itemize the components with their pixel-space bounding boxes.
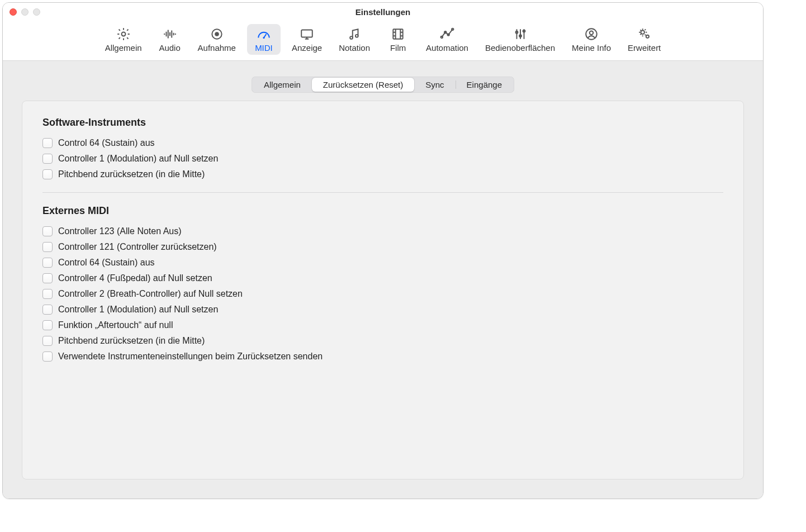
svg-point-11 — [452, 28, 453, 30]
checkbox-label: Pitchbend zurücksetzen (in die Mitte) — [58, 169, 205, 179]
checkbox-sw-modulation-zero[interactable] — [42, 154, 53, 164]
checkbox-ext-footpedal-zero[interactable] — [42, 273, 53, 283]
svg-point-8 — [441, 36, 443, 38]
toolbar-item-movie[interactable]: Film — [381, 24, 415, 55]
svg-point-0 — [121, 32, 125, 36]
toolbar-item-label: Audio — [159, 43, 180, 53]
checkbox-ext-aftertouch-zero[interactable] — [42, 320, 53, 330]
preferences-window: Einstellungen Allgemein Audio Aufnahme — [2, 2, 764, 499]
toolbar-item-my-info[interactable]: Meine Info — [566, 24, 617, 55]
tab-label: Allgemein — [264, 80, 301, 89]
toolbar-item-label: Aufnahme — [198, 43, 236, 53]
toolbar-item-display[interactable]: Anzeige — [286, 24, 328, 55]
checkbox-row: Controller 4 (Fußpedal) auf Null setzen — [42, 270, 723, 286]
checkbox-label: Control 64 (Sustain) aus — [58, 258, 155, 268]
checkbox-row: Funktion „Aftertouch“ auf null — [42, 317, 723, 333]
svg-point-16 — [590, 31, 594, 35]
checkbox-ext-sustain-off[interactable] — [42, 258, 53, 268]
svg-rect-4 — [301, 30, 312, 37]
toolbar-item-label: Erweitert — [628, 43, 661, 53]
checkbox-row: Control 64 (Sustain) aus — [42, 255, 723, 270]
checkbox-row: Controller 123 (Alle Noten Aus) — [42, 224, 723, 239]
checkbox-sw-sustain-off[interactable] — [42, 138, 53, 148]
gear-icon — [115, 26, 132, 42]
checkbox-label: Controller 2 (Breath-Controller) auf Nul… — [58, 289, 243, 299]
toolbar-item-label: Allgemein — [105, 43, 142, 53]
checkbox-ext-send-instrument-settings[interactable] — [42, 352, 53, 362]
gears-icon — [636, 26, 653, 42]
tab-reset[interactable]: Zurücksetzen (Reset) — [312, 78, 414, 92]
toolbar-item-midi[interactable]: MIDI — [247, 24, 281, 55]
traffic-lights — [10, 8, 40, 16]
toolbar-item-automation[interactable]: Automation — [420, 24, 474, 55]
tab-label: Zurücksetzen (Reset) — [323, 80, 403, 89]
toolbar-item-label: MIDI — [255, 43, 273, 53]
music-notes-icon — [345, 26, 363, 42]
content-area: Allgemein Zurücksetzen (Reset) Sync Eing… — [3, 61, 763, 498]
toolbar-item-label: Notation — [339, 43, 370, 53]
svg-point-17 — [641, 31, 644, 35]
settings-panel: Software-Instruments Control 64 (Sustain… — [22, 101, 744, 479]
zoom-window-button[interactable] — [33, 8, 40, 16]
section-divider — [42, 192, 723, 193]
close-window-button[interactable] — [10, 8, 17, 16]
checkbox-row: Verwendete Instrumenteneinstellungen bei… — [42, 349, 723, 364]
svg-point-6 — [355, 35, 358, 37]
svg-point-18 — [646, 35, 649, 38]
checkbox-ext-controller-121[interactable] — [42, 242, 53, 252]
film-icon — [389, 26, 407, 42]
midi-gauge-icon — [255, 26, 273, 42]
checkbox-label: Controller 1 (Modulation) auf Null setze… — [58, 305, 218, 315]
toolbar-item-audio[interactable]: Audio — [153, 24, 187, 55]
checkbox-row: Controller 1 (Modulation) auf Null setze… — [42, 151, 723, 167]
toolbar-item-control-surfaces[interactable]: Bedienoberflächen — [480, 24, 561, 55]
checkbox-row: Pitchbend zurücksetzen (in die Mitte) — [42, 333, 723, 349]
toolbar-item-advanced[interactable]: Erweitert — [622, 24, 666, 55]
checkbox-ext-breath-zero[interactable] — [42, 289, 53, 299]
checkbox-row: Controller 1 (Modulation) auf Null setze… — [42, 302, 723, 317]
record-icon — [208, 26, 226, 42]
tab-sync[interactable]: Sync — [414, 78, 455, 92]
checkbox-label: Controller 123 (Alle Noten Aus) — [58, 226, 182, 236]
checkbox-ext-pitchbend-reset[interactable] — [42, 336, 53, 346]
toolbar-item-general[interactable]: Allgemein — [99, 24, 148, 55]
checkbox-ext-controller-123[interactable] — [42, 226, 53, 236]
checkbox-row: Control 64 (Sustain) aus — [42, 135, 723, 151]
checkbox-row: Controller 2 (Breath-Controller) auf Nul… — [42, 286, 723, 302]
section-title-software-instruments: Software-Instruments — [42, 117, 723, 129]
toolbar-item-label: Bedienoberflächen — [485, 43, 555, 53]
checkbox-label: Control 64 (Sustain) aus — [58, 138, 155, 148]
toolbar-item-label: Automation — [426, 43, 468, 53]
person-circle-icon — [582, 26, 600, 42]
checkbox-label: Funktion „Aftertouch“ auf null — [58, 320, 173, 330]
checkbox-label: Pitchbend zurücksetzen (in die Mitte) — [58, 336, 205, 346]
toolbar-item-label: Film — [390, 43, 406, 53]
svg-rect-7 — [393, 29, 402, 39]
automation-curve-icon — [438, 26, 456, 42]
tab-inputs[interactable]: Eingänge — [456, 78, 513, 92]
toolbar-item-record[interactable]: Aufnahme — [192, 24, 241, 55]
waveform-icon — [161, 26, 179, 42]
checkbox-label: Controller 121 (Controller zurücksetzen) — [58, 242, 217, 252]
monitor-icon — [298, 26, 316, 42]
tab-allgemein[interactable]: Allgemein — [253, 78, 312, 92]
checkbox-label: Verwendete Instrumenteneinstellungen bei… — [58, 352, 323, 362]
svg-point-2 — [215, 32, 219, 36]
checkbox-row: Pitchbend zurücksetzen (in die Mitte) — [42, 167, 723, 182]
checkbox-sw-pitchbend-reset[interactable] — [42, 169, 53, 179]
preferences-toolbar: Allgemein Audio Aufnahme MIDI Anzeige — [3, 21, 763, 61]
midi-sub-tabs: Allgemein Zurücksetzen (Reset) Sync Eing… — [252, 77, 514, 93]
checkbox-row: Controller 121 (Controller zurücksetzen) — [42, 239, 723, 255]
svg-point-5 — [350, 36, 353, 39]
checkbox-ext-modulation-zero[interactable] — [42, 305, 53, 315]
tab-label: Sync — [425, 80, 444, 89]
minimize-window-button[interactable] — [21, 8, 29, 16]
toolbar-item-label: Meine Info — [572, 43, 611, 53]
checkbox-label: Controller 1 (Modulation) auf Null setze… — [58, 154, 218, 164]
titlebar: Einstellungen — [3, 3, 763, 21]
sliders-icon — [511, 26, 529, 42]
toolbar-item-score[interactable]: Notation — [333, 24, 376, 55]
toolbar-item-label: Anzeige — [292, 43, 322, 53]
window-title: Einstellungen — [3, 7, 763, 17]
tab-label: Eingänge — [467, 80, 502, 89]
